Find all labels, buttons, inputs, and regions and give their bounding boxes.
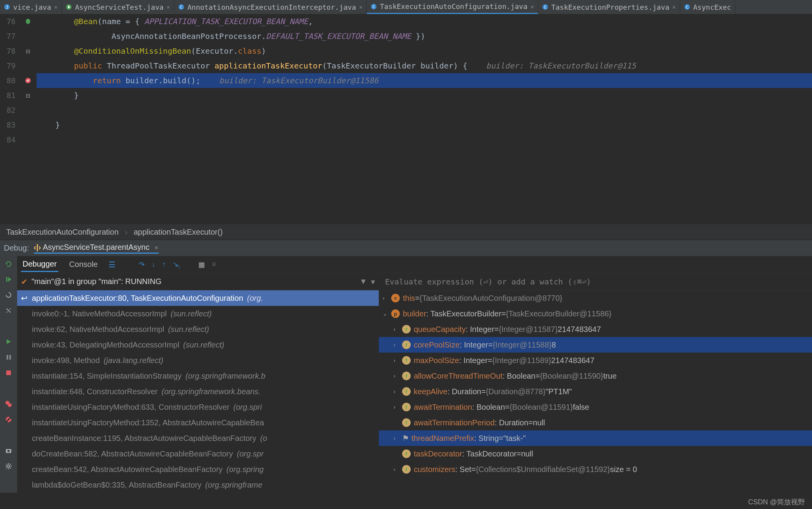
dropdown-icon[interactable]: ▾ [371,277,375,286]
svg-text:C: C [544,5,546,9]
field-icon: f [402,465,411,474]
stack-frame[interactable]: invoke0:-1, NativeMethodAccessorImpl (su… [17,306,379,321]
camera-icon[interactable] [4,446,13,455]
stack-frame[interactable]: lambda$doGetBean$0:335, AbstractBeanFact… [17,477,379,493]
tab-annotation-interceptor[interactable]: C AnnotationAsyncExecutionInterceptor.ja… [174,0,367,14]
run-to-cursor-icon[interactable]: ↘I [173,260,180,269]
variables-panel: Evaluate expression (⏎) or add a watch (… [379,273,812,493]
rerun-icon[interactable] [4,259,13,269]
stack-frame[interactable]: createBeanInstance:1195, AbstractAutowir… [17,430,379,446]
tab-label: AsyncServiceTest.java [75,3,164,11]
gear-icon[interactable] [4,462,13,471]
svg-rect-17 [7,355,8,360]
frames-list[interactable]: ↩applicationTaskExecutor:80, TaskExecuti… [17,290,379,493]
close-icon[interactable]: ✕ [167,4,170,10]
svg-marker-16 [7,339,11,344]
stack-frame[interactable]: instantiateUsingFactoryMethod:633, Const… [17,399,379,415]
current-line: return builder.build(); builder: TaskExe… [37,73,812,88]
var-keepalive[interactable]: ›fkeepAlive: Duration = {Duration@8778} … [379,384,812,399]
gutter-icons: ⊟ ⊟ [19,14,37,224]
step-into-icon[interactable]: ↓ [152,260,155,269]
stack-frame[interactable]: ↩applicationTaskExecutor:80, TaskExecuti… [17,290,379,306]
debug-config-icon: ‹|› [34,243,41,251]
trace-icon[interactable]: ≡ [212,260,216,269]
svg-text:C: C [686,5,688,9]
var-threadnameprefix[interactable]: ›⚑threadNamePrefix: String = "task-" [379,430,812,446]
stack-frame[interactable]: createBean:542, AbstractAutowireCapableB… [17,462,379,477]
stack-frame[interactable]: instantiateUsingFactoryMethod:1352, Abst… [17,415,379,430]
tab-taskexecution-props[interactable]: C TaskExecutionProperties.java ✕ [538,0,680,14]
debug-body: Debugger Console ☰ ↷ ↓ ↑ ↘I ▦ ≡ ✔ "main"… [0,256,812,493]
var-awaitterminationperiod[interactable]: fawaitTerminationPeriod: Duration = null [379,415,812,430]
code-editor[interactable]: 76 77 78 79 80 81 82 83 84 ⊟ ⊟ @Bean(nam… [0,14,812,224]
var-customizers[interactable]: ›fcustomizers: Set = {Collections$Unmodi… [379,462,812,477]
tab-label: vice.java [13,3,51,11]
update-icon[interactable] [4,290,13,300]
var-awaittermination[interactable]: ›fawaitTermination: Boolean = {Boolean@1… [379,399,812,415]
field-icon: f [402,325,411,333]
svg-rect-18 [9,355,11,360]
svg-marker-15 [8,277,11,282]
java-icon: J [4,4,10,10]
tab-asyncservicetest[interactable]: AsyncServiceTest.java ✕ [62,0,174,14]
debug-toolwindow-header: Debug: ‹|› AsyncServiceTest.parentAsync … [0,240,812,256]
tab-vice[interactable]: J vice.java ✕ [0,0,62,14]
view-breakpoints-icon[interactable] [4,399,13,409]
close-icon[interactable]: ✕ [359,4,362,10]
var-builder[interactable]: ⌄pbuilder: TaskExecutorBuilder = {TaskEx… [379,306,812,321]
watermark: CSDN @简放视野 [748,497,805,507]
stop-icon[interactable] [4,368,13,377]
variables-tree[interactable]: ›≡this = {TaskExecutionAutoConfiguration… [379,290,812,493]
close-icon[interactable]: ✕ [54,4,58,10]
var-maxpoolsize[interactable]: ›fmaxPoolSize: Integer = {Integer@11589}… [379,353,812,368]
var-allowcorethreadtimeout[interactable]: ›fallowCoreThreadTimeOut: Boolean = {Boo… [379,368,812,384]
close-icon[interactable]: ✕ [672,4,676,10]
debugger-tab[interactable]: Debugger [21,257,58,272]
svg-marker-13 [6,263,7,265]
console-tab[interactable]: Console [68,258,99,271]
stack-frame[interactable]: invoke:498, Method (java.lang.reflect) [17,353,379,368]
class-icon: C [178,4,184,10]
resume-icon[interactable] [4,275,13,284]
code-body[interactable]: @Bean(name = { APPLICATION_TASK_EXECUTOR… [37,14,812,224]
breakpoint-icon[interactable] [19,73,37,88]
breadcrumb-method[interactable]: applicationTaskExecutor() [134,228,223,237]
stack-frame[interactable]: invoke:62, NativeMethodAccessorImpl (sun… [17,321,379,337]
step-over-icon[interactable]: ↷ [139,260,145,269]
var-this[interactable]: ›≡this = {TaskExecutionAutoConfiguration… [379,290,812,306]
play-icon[interactable] [4,337,13,346]
breadcrumb-class[interactable]: TaskExecutionAutoConfiguration [6,228,119,237]
field-icon: f [402,387,411,396]
pause-icon[interactable] [4,353,13,362]
close-icon[interactable]: ✕ [530,4,534,10]
var-queuecapacity[interactable]: ›fqueueCapacity: Integer = {Integer@1158… [379,321,812,337]
stack-frame[interactable]: doCreateBean:582, AbstractAutowireCapabl… [17,446,379,462]
svg-point-25 [7,450,10,452]
evaluate-input[interactable]: Evaluate expression (⏎) or add a watch (… [379,273,812,290]
stack-frame[interactable]: invoke:43, DelegatingMethodAccessorImpl … [17,337,379,353]
tab-taskexecution-autoconfig[interactable]: C TaskExecutionAutoConfiguration.java ✕ [367,0,538,14]
run-test-icon [66,4,72,10]
close-icon[interactable]: ✕ [154,245,159,251]
stack-frame[interactable]: instantiate:154, SimpleInstantiationStra… [17,368,379,384]
debug-config-tab[interactable]: ‹|› AsyncServiceTest.parentAsync ✕ [34,243,159,254]
frames-panel: ✔ "main"@1 in group "main": RUNNING ▼ ▾ … [17,273,379,493]
filter-icon[interactable]: ▼ [359,277,367,286]
stack-frame[interactable]: instantiate:648, ConstructorResolver (or… [17,384,379,399]
var-corepoolsize[interactable]: ›fcorePoolSize: Integer = {Integer@11588… [379,337,812,353]
threads-icon[interactable]: ☰ [108,260,116,269]
mute-breakpoints-icon[interactable] [4,415,13,424]
thread-selector[interactable]: ✔ "main"@1 in group "main": RUNNING ▼ ▾ [17,273,379,290]
class-icon: C [684,4,690,10]
breadcrumb[interactable]: TaskExecutionAutoConfiguration › applica… [0,224,812,240]
evaluate-icon[interactable]: ▦ [198,260,205,269]
tab-asyncexec[interactable]: C AsyncExec [680,0,736,14]
fold-icon[interactable]: ⊟ [19,44,37,58]
fold-icon[interactable]: ⊟ [19,88,37,103]
var-taskdecorator[interactable]: ftaskDecorator: TaskDecorator = null [379,446,812,462]
return-icon: ↩ [21,293,28,303]
step-out-icon[interactable]: ↑ [162,260,166,269]
settings-icon[interactable] [4,306,13,315]
field-icon: f [402,341,411,349]
class-icon: C [542,4,548,10]
